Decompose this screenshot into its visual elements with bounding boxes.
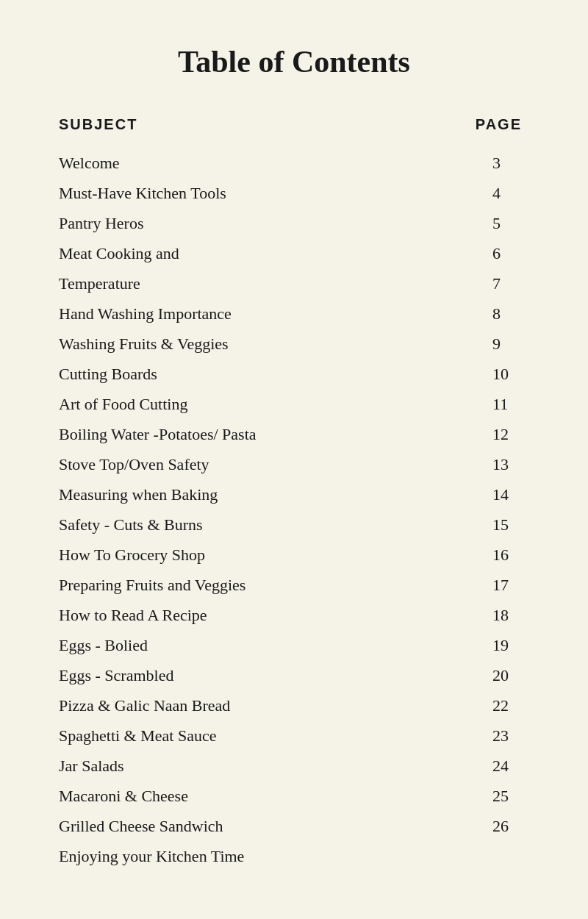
table-row: Must-Have Kitchen Tools4 bbox=[59, 178, 529, 208]
toc-subject-label: Washing Fruits & Veggies bbox=[59, 332, 485, 356]
table-row: Measuring when Baking14 bbox=[59, 479, 529, 509]
toc-subject-label: Measuring when Baking bbox=[59, 482, 485, 507]
toc-subject-label: Enjoying your Kitchen Time bbox=[59, 844, 485, 868]
toc-subject-label: How to Read A Recipe bbox=[59, 603, 485, 627]
toc-subject-label: How To Grocery Shop bbox=[59, 543, 485, 567]
table-row: Art of Food Cutting11 bbox=[59, 389, 529, 419]
toc-page-number: 11 bbox=[485, 395, 529, 414]
toc-page-number: 5 bbox=[485, 214, 529, 233]
toc-page-number: 22 bbox=[485, 696, 529, 715]
toc-page-number: 8 bbox=[485, 304, 529, 323]
toc-page-number: 14 bbox=[485, 485, 529, 504]
table-row: Grilled Cheese Sandwich26 bbox=[59, 811, 529, 841]
toc-subject-label: Meat Cooking and bbox=[59, 241, 485, 265]
toc-page-number: 24 bbox=[485, 757, 529, 776]
toc-subject-label: Safety - Cuts & Burns bbox=[59, 512, 485, 537]
toc-subject-label: Temperature bbox=[59, 271, 485, 296]
toc-table: SUBJECT PAGE Welcome3Must-Have Kitchen T… bbox=[59, 116, 529, 871]
toc-subject-label: Welcome bbox=[59, 151, 485, 175]
table-row: Washing Fruits & Veggies9 bbox=[59, 329, 529, 359]
toc-subject-label: Boiling Water -Potatoes/ Pasta bbox=[59, 422, 485, 446]
page-title: Table of Contents bbox=[59, 44, 529, 79]
table-row: Macaroni & Cheese25 bbox=[59, 781, 529, 811]
table-row: How to Read A Recipe18 bbox=[59, 600, 529, 630]
table-row: Pantry Heros5 bbox=[59, 208, 529, 238]
table-row: Boiling Water -Potatoes/ Pasta12 bbox=[59, 419, 529, 449]
toc-subject-label: Eggs - Bolied bbox=[59, 633, 485, 657]
toc-page-number: 18 bbox=[485, 606, 529, 625]
toc-subject-label: Hand Washing Importance bbox=[59, 301, 485, 326]
table-row: Stove Top/Oven Safety13 bbox=[59, 449, 529, 479]
toc-page-number: 3 bbox=[485, 154, 529, 173]
toc-page-number: 7 bbox=[485, 274, 529, 293]
toc-subject-label: Spaghetti & Meat Sauce bbox=[59, 723, 485, 748]
table-row: Enjoying your Kitchen Time bbox=[59, 841, 529, 871]
toc-page-number: 23 bbox=[485, 726, 529, 745]
table-row: Safety - Cuts & Burns15 bbox=[59, 509, 529, 540]
table-row: Temperature7 bbox=[59, 268, 529, 298]
toc-page-number: 26 bbox=[485, 817, 529, 836]
toc-page-number: 13 bbox=[485, 455, 529, 474]
toc-subject-label: Jar Salads bbox=[59, 754, 485, 778]
toc-rows: Welcome3Must-Have Kitchen Tools4Pantry H… bbox=[59, 148, 529, 871]
toc-subject-label: Preparing Fruits and Veggies bbox=[59, 573, 485, 597]
table-row: Cutting Boards10 bbox=[59, 359, 529, 389]
toc-subject-label: Eggs - Scrambled bbox=[59, 663, 485, 687]
toc-page-number: 12 bbox=[485, 425, 529, 444]
toc-page-number: 20 bbox=[485, 666, 529, 685]
toc-page-number: 19 bbox=[485, 636, 529, 655]
page-column-header: PAGE bbox=[476, 116, 522, 133]
toc-page-number: 4 bbox=[485, 184, 529, 203]
toc-subject-label: Stove Top/Oven Safety bbox=[59, 452, 485, 476]
toc-page-number: 10 bbox=[485, 365, 529, 384]
toc-page-number: 9 bbox=[485, 335, 529, 354]
toc-subject-label: Pizza & Galic Naan Bread bbox=[59, 693, 485, 718]
toc-page-number: 16 bbox=[485, 546, 529, 565]
toc-subject-label: Macaroni & Cheese bbox=[59, 784, 485, 808]
toc-subject-label: Cutting Boards bbox=[59, 362, 485, 386]
table-row: Welcome3 bbox=[59, 148, 529, 178]
table-row: Hand Washing Importance8 bbox=[59, 298, 529, 329]
toc-subject-label: Pantry Heros bbox=[59, 211, 485, 235]
toc-header-row: SUBJECT PAGE bbox=[59, 116, 529, 133]
table-row: Meat Cooking and6 bbox=[59, 238, 529, 268]
table-row: Eggs - Bolied19 bbox=[59, 630, 529, 660]
toc-page-number: 25 bbox=[485, 787, 529, 806]
toc-subject-label: Grilled Cheese Sandwich bbox=[59, 814, 485, 838]
table-row: Jar Salads24 bbox=[59, 751, 529, 781]
toc-page-number: 17 bbox=[485, 576, 529, 595]
toc-subject-label: Must-Have Kitchen Tools bbox=[59, 181, 485, 205]
table-row: Preparing Fruits and Veggies17 bbox=[59, 570, 529, 600]
toc-page-number: 15 bbox=[485, 515, 529, 534]
table-row: Eggs - Scrambled20 bbox=[59, 660, 529, 690]
toc-subject-label: Art of Food Cutting bbox=[59, 392, 485, 416]
toc-page-number: 6 bbox=[485, 244, 529, 263]
subject-column-header: SUBJECT bbox=[59, 116, 137, 133]
table-row: How To Grocery Shop16 bbox=[59, 540, 529, 570]
table-row: Pizza & Galic Naan Bread22 bbox=[59, 690, 529, 720]
table-row: Spaghetti & Meat Sauce23 bbox=[59, 720, 529, 751]
